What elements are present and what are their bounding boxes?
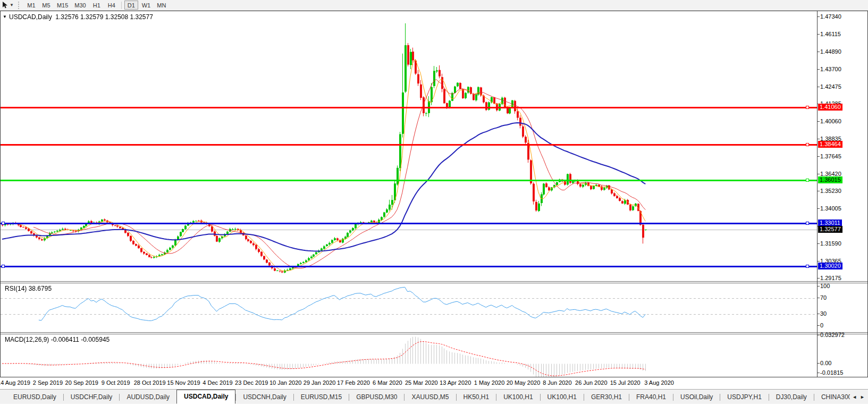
date-tick-label: 20 May 2020 (507, 379, 541, 386)
hline-price-label: 1.30020 (818, 263, 842, 269)
macd-tick-label: 0.032972 (820, 332, 845, 339)
toolbar-grip[interactable] (18, 2, 22, 9)
date-tick-label: 9 Oct 2019 (102, 379, 130, 386)
timeframe-button-w1[interactable]: W1 (139, 1, 154, 10)
date-tick-label: 13 Apr 2020 (440, 379, 471, 386)
tab-scroll-right-icon[interactable]: ► (860, 394, 865, 400)
timeframe-button-m1[interactable]: M1 (24, 1, 38, 10)
cursor-dropdown-icon[interactable]: ▼ (10, 3, 14, 7)
price-tick-label: 1.34005 (820, 205, 841, 212)
date-tick-label: 14 Aug 2019 (0, 379, 30, 386)
chart-tab-usoil-daily[interactable]: USOil,Daily (673, 391, 720, 404)
date-tick-label: 17 Feb 2020 (337, 379, 370, 386)
chart-tab-ger30-h1[interactable]: GER30,H1 (584, 391, 629, 404)
chart-tab-usdcad-daily[interactable]: USDCAD,Daily (176, 390, 235, 404)
price-tick-label: 1.47340 (820, 13, 841, 20)
price-tick-label: 1.37645 (820, 153, 841, 160)
chart-tab-dj30-daily[interactable]: DJ30,Daily (769, 391, 814, 404)
price-tick-label: 1.42475 (820, 83, 841, 90)
chart-tab-eurusd-m15[interactable]: EURUSD,M15 (294, 391, 349, 404)
chart-window: ▼ USDCAD,Daily 1.32576 1.32579 1.32508 1… (0, 11, 868, 377)
toolbar-separator (121, 2, 122, 9)
chart-tab-usdcnh-daily[interactable]: USDCNH,Daily (236, 391, 293, 404)
chart-tab-gbpusd-m30[interactable]: GBPUSD,M30 (349, 391, 404, 404)
chart-tab-xauusd-m5[interactable]: XAUUSD,M5 (404, 391, 456, 404)
date-tick-label: 1 May 2020 (474, 379, 504, 386)
chart-tab-hk50-h1[interactable]: HK50,H1 (457, 391, 496, 404)
date-tick-label: 10 Jan 2020 (269, 379, 302, 386)
date-tick-label: 15 Jul 2020 (610, 379, 641, 386)
timeframe-button-m5[interactable]: M5 (39, 1, 53, 10)
chart-tab-eurusd-daily[interactable]: EURUSD,Daily (6, 391, 63, 404)
date-tick-label: 4 Dec 2019 (203, 379, 232, 386)
cursor-icon (2, 2, 8, 9)
price-tick-label: 1.40060 (820, 118, 841, 125)
macd-pane-canvas[interactable] (1, 334, 817, 377)
chart-tab-usdchf-daily[interactable]: USDCHF,Daily (64, 391, 120, 404)
cursor-tool-button[interactable]: ▼ (0, 1, 16, 10)
tab-scroll-left-icon[interactable]: ◄ (852, 394, 857, 400)
chart-tab-usdjpy-h1[interactable]: USDJPY,H1 (720, 391, 768, 404)
rsi-tick-label: 30 (820, 310, 827, 317)
timeframe-button-group: M1M5M15M30H1H4D1W1MN (24, 1, 169, 10)
tab-scroll-arrows: ◄ ► (850, 390, 867, 404)
rsi-tick-label: 100 (820, 283, 830, 290)
date-tick-label: 23 Dec 2019 (235, 379, 268, 386)
timeframe-button-m15[interactable]: M15 (54, 1, 71, 10)
chart-tab-fra40-h1[interactable]: FRA40,H1 (629, 391, 673, 404)
current-price-label: 1.32577 (818, 226, 842, 233)
price-tick-label: 1.31590 (820, 240, 841, 247)
timeframe-button-d1[interactable]: D1 (124, 1, 138, 10)
chart-ohlc-values: 1.32576 1.32579 1.32508 1.32577 (52, 13, 153, 21)
date-tick-label: 6 Mar 2020 (373, 379, 402, 386)
date-tick-label: 29 Jan 2020 (304, 379, 336, 386)
rsi-pane-canvas[interactable] (1, 283, 817, 332)
chart-title-dropdown-icon[interactable]: ▼ (3, 14, 7, 19)
macd-tick-label: -0.01815 (820, 369, 843, 376)
date-tick-label: 28 Oct 2019 (134, 379, 166, 386)
hline-price-label: 1.36015 (818, 176, 842, 183)
price-tick-label: 1.35230 (820, 188, 841, 195)
timeframe-button-h4[interactable]: H4 (105, 1, 119, 10)
chart-tab-audusd-daily[interactable]: AUDUSD,Daily (120, 391, 176, 404)
macd-indicator-label: MACD(12,26,9) -0.006411 -0.005945 (5, 336, 109, 343)
price-tick-label: 1.46115 (820, 31, 841, 38)
date-tick-label: 8 Jun 2020 (543, 379, 571, 386)
date-tick-label: 25 Mar 2020 (405, 379, 438, 386)
chart-tab-uk100-h1[interactable]: UK100,H1 (541, 391, 584, 404)
timeframe-button-m30[interactable]: M30 (72, 1, 88, 10)
rsi-tick-label: 0 (820, 322, 823, 329)
rsi-tick-label: 70 (820, 294, 827, 301)
timeframe-button-h1[interactable]: H1 (90, 1, 104, 10)
price-tick-label: 1.43700 (820, 66, 841, 73)
date-tick-label: 3 Aug 2020 (644, 379, 674, 386)
date-tick-label: 15 Nov 2019 (167, 379, 200, 386)
price-chart-canvas[interactable] (1, 11, 817, 281)
price-tick-label: 1.44890 (820, 48, 841, 55)
hline-price-label: 1.41060 (818, 104, 842, 111)
price-tick-label: 1.29175 (820, 275, 841, 282)
date-tick-label: 20 Sep 2019 (65, 379, 98, 386)
chart-symbol-period: USDCAD,Daily (9, 13, 52, 21)
date-axis[interactable]: 14 Aug 20192 Sep 201920 Sep 20199 Oct 20… (0, 377, 868, 389)
timeframe-button-mn[interactable]: MN (154, 1, 168, 10)
macd-tick-label: 0.00 (820, 360, 831, 367)
date-tick-label: 26 Jun 2020 (575, 379, 608, 386)
date-tick-label: 2 Sep 2019 (33, 379, 63, 386)
chart-title: USDCAD,Daily 1.32576 1.32579 1.32508 1.3… (9, 13, 153, 21)
chart-tab-uk100-h1[interactable]: UK100,H1 (496, 391, 540, 404)
top-toolbar: ▼ M1M5M15M30H1H4D1W1MN (0, 0, 868, 11)
price-axis-border (817, 11, 818, 377)
hline-price-label: 1.38464 (818, 141, 842, 148)
chart-tab-bar: EURUSD,DailyUSDCHF,DailyAUDUSD,DailyUSDC… (0, 389, 868, 404)
rsi-indicator-label: RSI(14) 38.6795 (5, 285, 52, 292)
